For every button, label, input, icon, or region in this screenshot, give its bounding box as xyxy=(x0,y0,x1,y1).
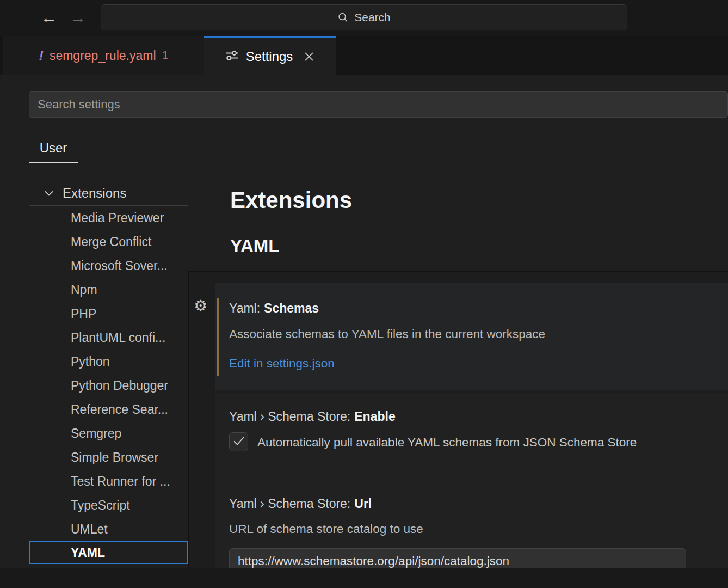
editor-tab-bar: ! semgrep_rule.yaml 1 Settings xyxy=(0,36,728,75)
toc-item-python-debugger[interactable]: Python Debugger xyxy=(29,373,188,397)
toc-item-microsoft-sover[interactable]: Microsoft Sover... xyxy=(29,254,188,278)
chevron-down-icon xyxy=(44,189,54,197)
setting-title-schema-store-url: Yaml › Schema Store:Url xyxy=(229,497,372,511)
toc-item-php[interactable]: PHP xyxy=(29,302,188,326)
sliders-icon xyxy=(225,49,239,64)
command-center-search[interactable]: Search xyxy=(101,4,627,30)
tab-settings-label: Settings xyxy=(246,49,293,64)
title-bar: ← → Search xyxy=(0,0,728,36)
toc-item-test-runner[interactable]: Test Runner for ... xyxy=(29,469,188,493)
setting-name: Url xyxy=(354,497,372,511)
problem-icon: ! xyxy=(39,47,44,64)
toc-item-merge-conflict[interactable]: Merge Conflict xyxy=(29,230,188,254)
scope-tab-active-underline xyxy=(29,162,78,163)
setting-title-schemas: Yaml:Schemas xyxy=(229,301,319,316)
toc-item-npm[interactable]: Npm xyxy=(29,278,188,302)
tab-semgrep-rule-yaml[interactable]: ! semgrep_rule.yaml 1 xyxy=(3,36,205,75)
settings-search-input[interactable] xyxy=(29,91,728,118)
page-title-extensions: Extensions xyxy=(230,187,352,213)
edit-in-settings-json-link[interactable]: Edit in settings.json xyxy=(229,357,335,371)
toc-item-plantuml[interactable]: PlantUML confi... xyxy=(29,326,188,350)
toc-item-simple-browser[interactable]: Simple Browser xyxy=(29,445,188,469)
toc-item-reference-search[interactable]: Reference Sear... xyxy=(29,397,188,421)
enable-checkbox[interactable] xyxy=(229,432,248,451)
toc-item-semgrep[interactable]: Semgrep xyxy=(29,421,188,445)
tab-settings[interactable]: Settings xyxy=(204,36,336,75)
bottom-panel-strip xyxy=(0,568,728,588)
setting-category: Yaml › Schema Store: xyxy=(229,497,350,511)
search-icon xyxy=(337,12,349,23)
gear-icon[interactable]: ⚙ xyxy=(194,297,207,315)
forward-arrow-icon[interactable]: → xyxy=(67,7,89,28)
toc-item-umlet[interactable]: UMLet xyxy=(29,517,188,541)
checkmark-icon xyxy=(233,436,245,448)
toc-list: Media Previewer Merge Conflict Microsoft… xyxy=(29,206,188,564)
toc-group-extensions[interactable]: Extensions xyxy=(29,181,188,206)
setting-category: Yaml: xyxy=(229,301,260,315)
setting-title-schema-store-enable: Yaml › Schema Store:Enable xyxy=(229,409,396,424)
setting-category: Yaml › Schema Store: xyxy=(229,409,350,424)
modified-setting-indicator xyxy=(217,298,219,376)
back-arrow-icon[interactable]: ← xyxy=(38,7,60,28)
setting-description-schemas: Associate schemas to YAML files in the c… xyxy=(229,327,545,341)
toc-item-yaml[interactable]: YAML xyxy=(29,541,188,564)
toc-item-typescript[interactable]: TypeScript xyxy=(29,493,188,517)
setting-name: Enable xyxy=(354,409,395,424)
toc-group-label: Extensions xyxy=(63,186,126,201)
enable-checkbox-label[interactable]: Automatically pull available YAML schema… xyxy=(257,436,637,450)
toc-item-python[interactable]: Python xyxy=(29,350,188,373)
command-center-label: Search xyxy=(354,11,391,24)
tab-problem-count: 1 xyxy=(162,48,169,63)
setting-name: Schemas xyxy=(264,301,319,315)
close-icon[interactable] xyxy=(303,51,315,63)
section-title-yaml: YAML xyxy=(230,236,279,256)
setting-description-url: URL of schema store catalog to use xyxy=(229,522,423,536)
toc-item-media-previewer[interactable]: Media Previewer xyxy=(29,206,188,230)
tab-file-label: semgrep_rule.yaml xyxy=(50,48,156,63)
scope-tab-user[interactable]: User xyxy=(29,134,78,162)
settings-editor-window: ← → Search ! semgrep_rule.yaml 1 xyxy=(0,0,728,588)
